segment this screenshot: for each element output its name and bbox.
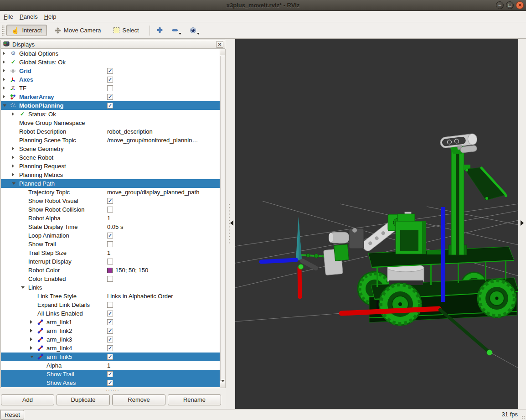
tree-row-arm-link5[interactable]: arm_link5✓ <box>1 353 220 361</box>
tree-row-color-enabled[interactable]: Color Enabled <box>1 275 220 283</box>
expand-right-icon[interactable] <box>521 220 524 226</box>
panel-resize-handle[interactable]: ······ <box>0 389 226 393</box>
checkbox[interactable]: ✓ <box>107 328 113 334</box>
tree-row-axes[interactable]: Axes✓ <box>1 75 220 84</box>
tree-row-show-trail[interactable]: Show Trail <box>1 240 220 249</box>
tree-row-alpha[interactable]: Alpha1 <box>1 361 220 370</box>
menu-panels[interactable]: Panels <box>20 12 42 21</box>
panel-splitter[interactable] <box>226 39 235 409</box>
property-value[interactable]: Links in Alphabetic Order <box>107 292 173 301</box>
tree-row-move-group-namespace[interactable]: Move Group Namespace <box>1 119 220 127</box>
tree-row-tf[interactable]: TF <box>1 84 220 93</box>
right-panel-splitter[interactable] <box>518 39 526 409</box>
titlebar[interactable]: x3plus_moveit.rviz* - RViz – □ ✕ <box>0 0 526 11</box>
panel-close-icon[interactable]: ✕ <box>216 41 223 48</box>
menu-file[interactable]: File <box>4 12 18 21</box>
tree-row-all-links-enabled[interactable]: All Links Enabled✓ <box>1 309 220 318</box>
collapse-left-icon[interactable] <box>230 220 233 226</box>
checkbox[interactable]: ✓ <box>107 103 113 109</box>
toolbar-drag-handle-icon[interactable] <box>2 25 5 36</box>
checkbox[interactable] <box>107 276 113 282</box>
expand-arrow-icon[interactable] <box>3 78 5 81</box>
expand-arrow-icon[interactable] <box>12 164 14 168</box>
color-swatch[interactable] <box>107 268 113 273</box>
duplicate-button[interactable]: Duplicate <box>57 394 110 405</box>
property-value[interactable]: 150; 50; 150 <box>115 266 148 275</box>
tree-row-show-trail[interactable]: Show Trail✓ <box>1 370 220 379</box>
add-button[interactable]: Add <box>1 394 54 405</box>
checkbox[interactable] <box>107 85 113 91</box>
scroll-down-icon[interactable] <box>220 382 225 388</box>
expand-arrow-icon[interactable] <box>3 69 5 73</box>
checkbox[interactable]: ✓ <box>107 371 113 377</box>
focus-camera-button[interactable] <box>189 26 201 35</box>
rename-button[interactable]: Rename <box>168 394 221 405</box>
tree-row-trail-step-size[interactable]: Trail Step Size1 <box>1 249 220 257</box>
collapse-arrow-icon[interactable] <box>3 104 6 107</box>
tree-row-scene-geometry[interactable]: Scene Geometry <box>1 145 220 153</box>
tree-row-arm-link1[interactable]: arm_link1✓ <box>1 318 220 327</box>
tree-row-global-options[interactable]: ⚙Global Options <box>1 49 220 58</box>
collapse-arrow-icon[interactable] <box>21 286 25 289</box>
property-value[interactable]: move_group/display_planned_path <box>107 188 199 197</box>
tree-row-show-axes[interactable]: Show Axes✓ <box>1 379 220 387</box>
tree-row-robot-color[interactable]: Robot Color150; 50; 150 <box>1 266 220 275</box>
tree-row-scene-robot[interactable]: Scene Robot <box>1 153 220 162</box>
tree-row-expand-link-details[interactable]: Expand Link Details <box>1 301 220 309</box>
expand-arrow-icon[interactable] <box>12 147 14 150</box>
expand-arrow-icon[interactable] <box>3 60 5 64</box>
expand-arrow-icon[interactable] <box>30 320 32 324</box>
property-value[interactable]: 1 <box>107 249 110 257</box>
tree-row-arm-link2[interactable]: arm_link2✓ <box>1 327 220 335</box>
checkbox[interactable]: ✓ <box>107 198 113 204</box>
tree-row-show-robot-collision[interactable]: Show Robot Collision <box>1 205 220 214</box>
property-value[interactable]: robot_description <box>107 127 153 136</box>
tree-row-planning-request[interactable]: Planning Request <box>1 162 220 171</box>
property-value[interactable]: 1 <box>107 361 110 370</box>
scroll-up-icon[interactable] <box>220 49 225 55</box>
tree-row-links[interactable]: Links <box>1 283 220 292</box>
checkbox[interactable] <box>107 259 113 264</box>
expand-arrow-icon[interactable] <box>12 173 14 176</box>
property-value[interactable]: 0.05 s <box>107 223 123 231</box>
menu-help[interactable]: Help <box>44 12 61 21</box>
tree-row-link-tree-style[interactable]: Link Tree StyleLinks in Alphabetic Order <box>1 292 220 301</box>
zoom-out-button[interactable] <box>170 26 182 35</box>
checkbox[interactable]: ✓ <box>107 354 113 360</box>
tree-row-robot-description[interactable]: Robot Descriptionrobot_description <box>1 127 220 136</box>
collapse-arrow-icon[interactable] <box>30 356 34 358</box>
checkbox[interactable] <box>107 207 113 213</box>
tree-row-grid[interactable]: Grid✓ <box>1 67 220 75</box>
checkbox[interactable]: ✓ <box>107 311 113 316</box>
expand-arrow-icon[interactable] <box>3 52 5 55</box>
checkbox[interactable]: ✓ <box>107 345 113 351</box>
expand-arrow-icon[interactable] <box>3 95 5 99</box>
checkbox[interactable] <box>107 241 113 247</box>
tree-scrollbar[interactable] <box>220 49 226 388</box>
checkbox[interactable]: ✓ <box>107 337 113 342</box>
reset-button[interactable]: Reset <box>0 410 24 420</box>
tree-row-robot-alpha[interactable]: Robot Alpha1 <box>1 214 220 223</box>
checkbox[interactable]: ✓ <box>107 77 113 83</box>
tree-row-global-status-ok[interactable]: ✓Global Status: Ok <box>1 58 220 67</box>
checkbox[interactable]: ✓ <box>107 68 113 74</box>
checkbox[interactable]: ✓ <box>107 233 113 239</box>
tree-row-planning-scene-topic[interactable]: Planning Scene Topic/move_group/monitore… <box>1 136 220 145</box>
tree-row-state-display-time[interactable]: State Display Time0.05 s <box>1 223 220 231</box>
tree-row-status-ok[interactable]: ✓Status: Ok <box>1 110 220 119</box>
tree-row-loop-animation[interactable]: Loop Animation✓ <box>1 231 220 240</box>
expand-arrow-icon[interactable] <box>12 112 14 116</box>
expand-arrow-icon[interactable] <box>3 86 5 90</box>
3d-viewport[interactable] <box>235 39 518 409</box>
tree-row-planned-path[interactable]: Planned Path <box>1 179 220 188</box>
resize-grip-icon[interactable] <box>521 415 525 419</box>
tree-row-planning-metrics[interactable]: Planning Metrics <box>1 171 220 179</box>
minimize-button[interactable]: – <box>496 1 504 9</box>
expand-arrow-icon[interactable] <box>30 329 32 332</box>
maximize-button[interactable]: □ <box>506 1 514 9</box>
expand-arrow-icon[interactable] <box>30 346 32 350</box>
tree-row-arm-link3[interactable]: arm_link3✓ <box>1 335 220 344</box>
scrollbar-thumb[interactable] <box>220 56 225 381</box>
tree-row-show-robot-visual[interactable]: Show Robot Visual✓ <box>1 197 220 205</box>
tree-row-arm-link4[interactable]: arm_link4✓ <box>1 344 220 353</box>
